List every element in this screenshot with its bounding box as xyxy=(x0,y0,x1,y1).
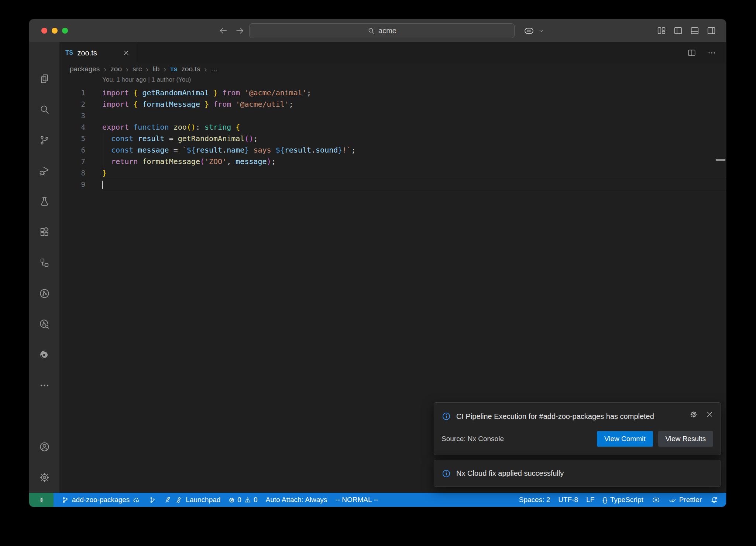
remote-indicator[interactable] xyxy=(29,493,54,507)
code-text: import { formatMessage } from '@acme/uti… xyxy=(102,99,726,110)
info-icon xyxy=(441,469,451,478)
breadcrumb-separator: › xyxy=(146,65,148,74)
code-token: : xyxy=(196,123,205,132)
sidebar-item-project-structure[interactable] xyxy=(29,248,59,278)
language-status[interactable]: {} TypeScript xyxy=(598,493,647,507)
auto-attach-status[interactable]: Auto Attach: Always xyxy=(262,493,331,507)
sidebar-item-testing[interactable] xyxy=(29,186,59,217)
code-token: 'ZOO' xyxy=(205,157,227,166)
breadcrumb-overflow[interactable]: … xyxy=(211,65,218,73)
close-tab-icon[interactable] xyxy=(123,49,130,57)
tab-label: zoo.ts xyxy=(77,49,97,57)
line-number[interactable]: 8 xyxy=(59,167,85,179)
manage-button[interactable] xyxy=(29,462,59,493)
sidebar-item-source-control[interactable] xyxy=(29,125,59,156)
customize-layout-icon[interactable] xyxy=(656,25,667,36)
code-token: = xyxy=(173,146,182,154)
code-token xyxy=(102,134,111,143)
toggle-secondary-sidebar-icon[interactable] xyxy=(706,25,717,36)
code-token: import xyxy=(102,88,133,97)
more-actions-icon[interactable] xyxy=(707,48,717,58)
code-token: ) xyxy=(267,157,271,166)
formatter-status[interactable]: Prettier xyxy=(664,493,706,507)
nx-cloud-icon xyxy=(39,318,50,330)
breadcrumb-item[interactable]: zoo xyxy=(110,65,122,73)
notifications-bell[interactable] xyxy=(706,493,722,507)
nx-console-icon xyxy=(39,288,50,299)
close-window-button[interactable] xyxy=(41,28,47,34)
line-number[interactable]: 3 xyxy=(59,110,85,122)
sidebar-item-nx-cloud[interactable] xyxy=(29,309,59,339)
code-text xyxy=(102,179,726,190)
sidebar-item-extensions[interactable] xyxy=(29,217,59,248)
toggle-panel-icon[interactable] xyxy=(690,25,700,36)
git-branch-status[interactable]: add-zoo-packages xyxy=(57,493,144,507)
breadcrumb-item[interactable]: lib xyxy=(152,65,159,73)
more-icon xyxy=(39,380,50,391)
extensions-icon xyxy=(39,226,50,238)
sidebar-item-explorer[interactable] xyxy=(29,64,59,94)
tab-zoo-ts[interactable]: TS zoo.ts xyxy=(59,42,136,64)
sidebar-item-search[interactable] xyxy=(29,94,59,125)
gear-icon xyxy=(39,472,50,483)
copilot-status[interactable] xyxy=(647,493,664,507)
notification-close-icon[interactable] xyxy=(705,410,714,419)
code-token: result xyxy=(196,146,222,154)
code-token: return xyxy=(111,157,142,166)
launchpad-status[interactable]: Launchpad xyxy=(160,493,224,507)
sidebar-item-run-debug[interactable] xyxy=(29,156,59,186)
minimize-window-button[interactable] xyxy=(52,28,58,34)
toggle-primary-sidebar-icon[interactable] xyxy=(673,25,683,36)
sidebar-item-edge-devtools[interactable] xyxy=(29,339,59,370)
code-text: const message = `${result.name} says ${r… xyxy=(102,144,726,156)
text-cursor xyxy=(102,181,103,189)
line-number[interactable]: 1 xyxy=(59,87,85,99)
line-number[interactable]: 5 xyxy=(59,133,85,144)
accounts-button[interactable] xyxy=(29,431,59,462)
line-number[interactable]: 9 xyxy=(59,179,85,190)
breadcrumb-item[interactable]: packages xyxy=(70,65,100,73)
sidebar-item-nx-console[interactable] xyxy=(29,278,59,309)
code-token: result xyxy=(138,134,169,143)
code-token: ` xyxy=(182,146,187,154)
code-token xyxy=(102,146,111,154)
source-control-graph-status[interactable] xyxy=(144,493,160,507)
line-number[interactable]: 2 xyxy=(59,99,85,110)
line-number[interactable]: 7 xyxy=(59,156,85,167)
command-center-search[interactable]: acme xyxy=(249,23,515,38)
copilot-icon[interactable] xyxy=(523,25,535,37)
code-token: function xyxy=(133,123,173,132)
line-number[interactable]: 6 xyxy=(59,144,85,156)
run-debug-icon xyxy=(39,165,50,177)
breadcrumb-separator: › xyxy=(126,65,128,74)
beaker-icon xyxy=(39,196,50,207)
zoom-window-button[interactable] xyxy=(62,28,68,34)
chevron-down-icon[interactable] xyxy=(538,27,545,34)
breadcrumb-file[interactable]: zoo.ts xyxy=(182,65,200,73)
line-number[interactable]: 4 xyxy=(59,122,85,133)
git-blame-annotation: You, 1 hour ago | 1 author (You) xyxy=(59,75,726,85)
plug-icon xyxy=(175,496,183,504)
breadcrumb-item[interactable]: src xyxy=(133,65,142,73)
vim-mode-status[interactable]: -- NORMAL -- xyxy=(331,493,382,507)
code-token: import xyxy=(102,100,133,109)
navigate-forward-icon[interactable] xyxy=(235,25,245,36)
indentation-status[interactable]: Spaces: 2 xyxy=(515,493,554,507)
code-token xyxy=(102,157,111,166)
navigate-back-icon[interactable] xyxy=(218,25,228,36)
tab-bar: TS zoo.ts xyxy=(59,42,726,64)
eol-status[interactable]: LF xyxy=(582,493,598,507)
code-token: ${ xyxy=(276,146,285,154)
code-text: export function zoo(): string { xyxy=(102,122,726,133)
braces-icon: {} xyxy=(602,496,607,504)
additional-views-button[interactable] xyxy=(29,370,59,401)
code-token: const xyxy=(111,146,138,154)
code-text: return formatMessage('ZOO', message); xyxy=(102,156,726,167)
view-results-button[interactable]: View Results xyxy=(658,431,713,447)
view-commit-button[interactable]: View Commit xyxy=(597,431,653,447)
encoding-status[interactable]: UTF-8 xyxy=(554,493,582,507)
notification-settings-gear-icon[interactable] xyxy=(690,410,698,419)
code-line: 7 return formatMessage('ZOO', message); xyxy=(59,156,726,167)
split-editor-icon[interactable] xyxy=(687,48,697,58)
problems-status[interactable]: ⊗ 0 ⚠ 0 xyxy=(224,493,261,507)
